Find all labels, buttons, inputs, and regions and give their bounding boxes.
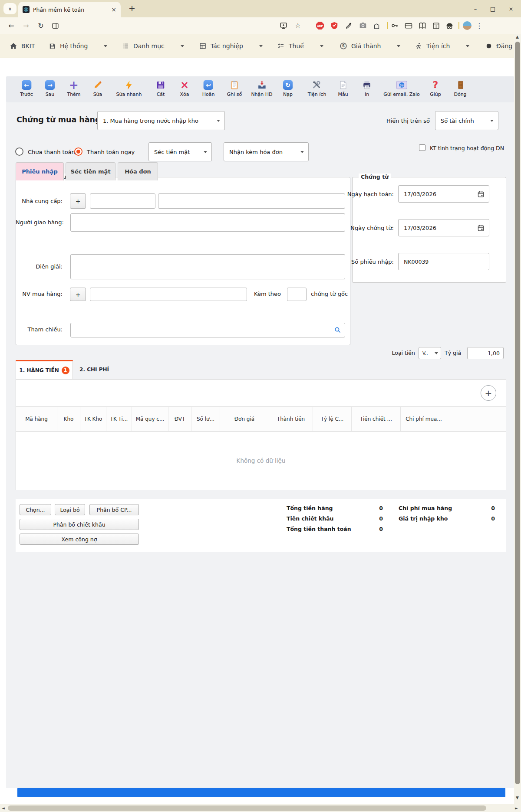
toolbar-help-button[interactable]: ? Giúp bbox=[430, 80, 441, 97]
kt-status-checkbox[interactable] bbox=[419, 144, 425, 151]
sidebar-icon[interactable] bbox=[49, 17, 61, 34]
allocate-cost-button[interactable]: Phân bổ CP... bbox=[89, 504, 139, 515]
browser-menu-icon[interactable]: ⋮ bbox=[474, 17, 485, 34]
vertical-scrollbar-thumb[interactable] bbox=[515, 42, 520, 784]
toolbar-send-email-button[interactable]: @ Gửi email, Zalo bbox=[383, 80, 419, 97]
add-row-button[interactable]: + bbox=[481, 385, 496, 401]
column-header[interactable]: Chi phí mua... bbox=[401, 407, 447, 431]
toolbar-quick-edit-button[interactable]: Sửa nhanh bbox=[116, 80, 142, 97]
rate-input[interactable]: 1,00 bbox=[467, 347, 504, 359]
eyedropper-extension-icon[interactable] bbox=[346, 17, 353, 34]
book-extension-icon[interactable] bbox=[419, 17, 426, 34]
adblock-extension-icon[interactable]: ABP bbox=[316, 17, 324, 34]
nav-item-tien-ich[interactable]: Tiện ích bbox=[415, 34, 469, 58]
nav-item-thue[interactable]: Thuế bbox=[277, 34, 323, 58]
tab-search-button[interactable]: ∨ bbox=[3, 3, 16, 14]
toolbar-template-button[interactable]: Mẫu bbox=[338, 80, 348, 97]
window-minimize-button[interactable]: – bbox=[468, 0, 483, 17]
back-button[interactable]: ← bbox=[6, 17, 16, 34]
window-close-button[interactable]: × bbox=[504, 0, 518, 17]
incognito-hat-icon[interactable] bbox=[445, 17, 454, 34]
tab-sec-tien-mat[interactable]: Séc tiền mặt bbox=[66, 162, 115, 180]
column-header[interactable]: Kho bbox=[57, 407, 80, 431]
toolbar-utilities-button[interactable]: Tiện ích bbox=[308, 80, 326, 97]
radio-unpaid-label[interactable]: Chưa thanh toán bbox=[28, 149, 75, 155]
remove-button[interactable]: Loại bỏ bbox=[55, 504, 85, 515]
scroll-right-icon[interactable]: ► bbox=[515, 806, 518, 810]
toolbar-close-button[interactable]: Đóng bbox=[454, 80, 466, 97]
forward-button[interactable]: → bbox=[21, 17, 31, 34]
toolbar-next-button[interactable]: → Sau bbox=[45, 80, 55, 97]
scroll-down-icon[interactable]: ▼ bbox=[516, 796, 519, 800]
window-maximize-button[interactable]: □ bbox=[485, 0, 500, 17]
scroll-up-icon[interactable]: ▲ bbox=[516, 35, 519, 39]
supplier-add-button[interactable]: + bbox=[70, 193, 86, 209]
reload-button[interactable]: ↻ bbox=[36, 17, 46, 34]
tab-hoa-don[interactable]: Hóa đơn bbox=[118, 162, 158, 180]
payment-method-select[interactable]: Séc tiền mặt bbox=[148, 142, 212, 161]
invoice-option-select[interactable]: Nhận kèm hóa đơn bbox=[224, 142, 309, 161]
column-header[interactable]: TK Ti... bbox=[106, 407, 132, 431]
camera-extension-icon[interactable] bbox=[359, 17, 367, 34]
display-on-select[interactable]: Sổ tài chính bbox=[435, 111, 498, 130]
supplier-name-input[interactable] bbox=[158, 193, 345, 209]
profile-avatar[interactable] bbox=[463, 17, 472, 34]
toolbar-add-button[interactable]: + Thêm bbox=[67, 80, 80, 97]
nav-item-bkit[interactable]: BKIT bbox=[10, 34, 35, 58]
key-extension-icon[interactable] bbox=[391, 17, 399, 34]
doc-type-select[interactable]: 1. Mua hàng trong nước nhập kho bbox=[97, 111, 225, 130]
purchaser-input[interactable] bbox=[90, 288, 247, 301]
toolbar-undo-button[interactable]: ↩ Hoãn bbox=[202, 80, 215, 97]
view-debt-button[interactable]: Xem công nợ bbox=[20, 534, 139, 545]
tab-close-icon[interactable]: × bbox=[111, 6, 116, 13]
new-tab-button[interactable]: + bbox=[129, 3, 135, 13]
attached-count-input[interactable] bbox=[287, 288, 307, 301]
radio-unpaid[interactable] bbox=[15, 147, 23, 156]
deliverer-input[interactable] bbox=[70, 213, 345, 232]
extensions-puzzle-icon[interactable] bbox=[373, 17, 380, 34]
nav-item-gia-thanh[interactable]: S Giá thành bbox=[340, 34, 400, 58]
toolbar-delete-button[interactable]: × Xóa bbox=[180, 80, 189, 97]
receipt-no-input[interactable]: NK00039 bbox=[398, 253, 489, 270]
toolbar-edit-button[interactable]: Sửa bbox=[93, 80, 102, 97]
nav-item-tac-nghiep[interactable]: Tác nghiệp bbox=[199, 34, 263, 58]
toolbar-refresh-button[interactable]: ↻ Nạp bbox=[283, 80, 293, 97]
column-header[interactable]: Tiền chiết ... bbox=[352, 407, 401, 431]
browser-tab[interactable]: Phần mềm kế toán × bbox=[18, 2, 121, 17]
currency-select[interactable]: V.. bbox=[419, 347, 441, 359]
column-header[interactable]: Mã quy c... bbox=[132, 407, 168, 431]
scroll-left-icon[interactable]: ◄ bbox=[2, 806, 5, 810]
column-header[interactable]: Mã hàng bbox=[16, 407, 57, 431]
document-date-input[interactable]: 17/03/2026 bbox=[398, 219, 489, 236]
toolbar-print-button[interactable]: In bbox=[362, 80, 372, 97]
description-textarea[interactable] bbox=[70, 254, 345, 279]
reference-input[interactable] bbox=[70, 323, 345, 337]
allocate-discount-button[interactable]: Phân bổ chiết khấu bbox=[20, 519, 139, 530]
table-extension-icon[interactable] bbox=[432, 17, 440, 34]
column-header[interactable]: Tỷ lệ C... bbox=[313, 407, 352, 431]
column-header[interactable]: Thành tiền bbox=[269, 407, 313, 431]
column-header[interactable]: ĐVT bbox=[168, 407, 191, 431]
tab-chi-phi[interactable]: 2. CHI PHÍ bbox=[75, 360, 114, 379]
toolbar-post-button[interactable]: Ghi sổ bbox=[227, 80, 242, 97]
shield-extension-icon[interactable] bbox=[331, 17, 338, 34]
kt-status-label[interactable]: KT tình trạng hoạt động DN bbox=[430, 145, 504, 151]
nav-item-danh-muc[interactable]: Danh mục bbox=[122, 34, 184, 58]
supplier-code-input[interactable] bbox=[90, 193, 155, 209]
column-header[interactable]: Đơn giá bbox=[220, 407, 269, 431]
tab-phieu-nhap[interactable]: Phiếu nhập bbox=[16, 162, 64, 180]
bookmark-star-icon[interactable]: ☆ bbox=[293, 17, 303, 34]
purchaser-add-button[interactable]: + bbox=[70, 288, 86, 301]
nav-item-he-thong[interactable]: Hệ thống bbox=[49, 34, 107, 58]
calendar-icon[interactable] bbox=[477, 190, 485, 198]
radio-pay-now[interactable] bbox=[74, 147, 82, 156]
tab-hang-tien[interactable]: 1. HÀNG TIỀN 1 bbox=[16, 360, 73, 379]
search-icon[interactable] bbox=[334, 326, 341, 334]
wallet-extension-icon[interactable] bbox=[405, 17, 412, 34]
nav-item-account[interactable]: Đăng bbox=[485, 34, 513, 58]
choose-button[interactable]: Chọn... bbox=[20, 504, 51, 515]
toolbar-prev-button[interactable]: ← Trước bbox=[20, 80, 33, 97]
radio-pay-now-label[interactable]: Thanh toán ngay bbox=[87, 149, 135, 155]
column-header[interactable]: TK Kho bbox=[80, 407, 106, 431]
column-header[interactable]: Số lư... bbox=[191, 407, 220, 431]
